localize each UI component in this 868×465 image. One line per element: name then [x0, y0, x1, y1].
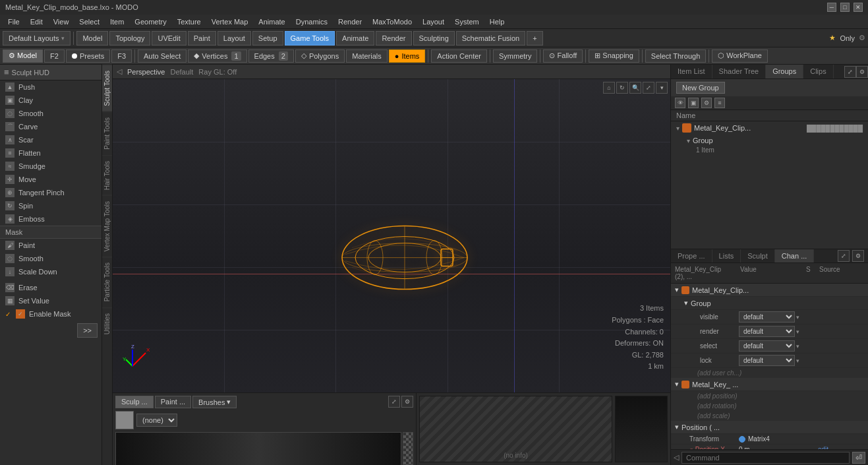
falloff-btn[interactable]: ⊙ Falloff [543, 49, 583, 63]
menu-maxtomodo[interactable]: MaxToModo [367, 16, 417, 27]
ch-section-metal-key-clip[interactable]: ▾ Metal_Key_Clip... [671, 284, 868, 297]
tab-animate[interactable]: Animate [336, 31, 374, 46]
menu-select[interactable]: Select [74, 16, 105, 27]
f2-btn[interactable]: F2 [44, 49, 65, 63]
list-item-group[interactable]: ▾ Group [681, 135, 868, 146]
tab-sculpting[interactable]: Sculpting [413, 31, 455, 46]
maximize-button[interactable]: □ [840, 3, 850, 12]
presets-btn[interactable]: Presets [66, 49, 110, 63]
viewport-nav-back[interactable]: ◁ [117, 67, 122, 76]
tool-move[interactable]: ✛ Move [0, 173, 101, 186]
groups-layer-icon[interactable]: ▣ [688, 98, 699, 108]
vp-nav-zoom[interactable]: 🔍 [629, 82, 641, 94]
menu-texture[interactable]: Texture [172, 16, 206, 27]
menu-dynamics[interactable]: Dynamics [291, 16, 333, 27]
snapping-btn[interactable]: ⊞ Snapping [589, 49, 639, 63]
tab-paint[interactable]: Paint [188, 31, 216, 46]
btab-expand[interactable]: ⤢ [388, 396, 400, 408]
menu-vertex-map[interactable]: Vertex Map [206, 16, 254, 27]
tool-scar[interactable]: ∧ Scar [0, 133, 101, 146]
tool-smudge[interactable]: ≈ Smudge [0, 160, 101, 173]
vtab-vertex-map-tools[interactable]: Vertex Map Tools [102, 195, 112, 257]
tab-game-tools[interactable]: Game Tools [285, 31, 335, 46]
rtab-expand-btn[interactable]: ⤢ [844, 66, 856, 78]
tool-enable-mask[interactable]: ✓ Enable Mask [0, 307, 101, 321]
menu-help[interactable]: Help [484, 16, 510, 27]
vtab-hair-tools[interactable]: Hair Tools [102, 155, 112, 195]
ch-value-render[interactable]: default ▾ [736, 326, 802, 337]
menu-edit[interactable]: Edit [25, 16, 48, 27]
menu-render[interactable]: Render [333, 16, 367, 27]
viewport-canvas[interactable]: 3 Items Polygons : Face Channels: 0 Defo… [113, 79, 670, 392]
tool-scale-down[interactable]: ↓ Scale Down [0, 265, 101, 278]
tab-uvedit[interactable]: UVEdit [152, 31, 186, 46]
vtab-sculpt-tools[interactable]: Sculpt Tools [102, 65, 112, 111]
rtab-shader-tree[interactable]: Shader Tree [712, 65, 767, 78]
ch-value-select[interactable]: default ▾ [736, 340, 802, 352]
vp-nav-home[interactable]: ⌂ [603, 82, 615, 94]
polygons-btn[interactable]: ◇ Polygons [295, 49, 345, 63]
tab-layout[interactable]: Layout [217, 31, 251, 46]
tool-smooth[interactable]: ◌ Smooth [0, 107, 101, 120]
ctab-properties[interactable]: Prope ... [671, 249, 712, 263]
tab-topology[interactable]: Topology [109, 31, 150, 46]
edges-btn[interactable]: Edges 2 [248, 49, 294, 63]
command-left-arrow[interactable]: ◁ [674, 453, 679, 462]
tool-mask-paint[interactable]: 🖌 Paint [0, 239, 101, 252]
symmetry-btn[interactable]: Symmetry [493, 49, 538, 63]
ch-section-metal-key[interactable]: ▾ Metal_Key_ ... [671, 378, 868, 391]
vtab-paint-tools[interactable]: Paint Tools [102, 111, 112, 155]
btab-paint[interactable]: Paint ... [155, 396, 191, 408]
action-center-btn[interactable]: Action Center [431, 49, 487, 63]
new-group-button[interactable]: New Group [676, 82, 725, 94]
tab-schematic[interactable]: Schematic Fusion [456, 31, 525, 46]
tool-flatten[interactable]: ≡ Flatten [0, 146, 101, 160]
add-tab-button[interactable]: + [527, 31, 542, 46]
list-item-metal-key-clip[interactable]: ▾ Metal_Key_Clip... ████████████ [671, 121, 868, 135]
ch-value-lock[interactable]: default ▾ [736, 355, 802, 366]
groups-eye-icon[interactable]: 👁 [675, 98, 685, 108]
menu-layout[interactable]: Layout [417, 16, 449, 27]
vertices-btn[interactable]: ◆ Vertices 1 [188, 49, 246, 63]
expand-btn[interactable]: >> [77, 323, 98, 338]
close-button[interactable]: ✕ [854, 3, 863, 12]
color-swatch[interactable] [115, 411, 134, 429]
settings-icon[interactable]: ⚙ [859, 34, 865, 42]
ch-value-visible[interactable]: default ▾ [736, 311, 802, 323]
btab-sculpt[interactable]: Sculp ... [115, 396, 154, 408]
btab-brushes[interactable]: Brushes ▾ [192, 396, 237, 408]
menu-file[interactable]: File [3, 16, 25, 27]
vtab-particle-tools[interactable]: Particle Tools [102, 257, 112, 307]
select-dropdown[interactable]: default [739, 340, 795, 352]
rtab-settings-btn[interactable]: ⚙ [856, 66, 868, 78]
ctab-lists[interactable]: Lists [712, 249, 741, 263]
ctab-settings-btn[interactable]: ⚙ [852, 250, 864, 262]
vp-nav-expand[interactable]: ⤢ [643, 82, 654, 94]
layout-dropdown[interactable]: Default Layouts ▾ [3, 31, 71, 46]
vp-nav-rotate[interactable]: ↻ [616, 82, 628, 94]
window-controls[interactable]: ─ □ ✕ [827, 3, 863, 12]
tool-carve[interactable]: ⌒ Carve [0, 120, 101, 133]
vtab-utilities[interactable]: Utilities [102, 307, 112, 340]
menu-animate[interactable]: Animate [253, 16, 290, 27]
tool-spin[interactable]: ↻ Spin [0, 199, 101, 212]
ctab-expand-btn[interactable]: ⤢ [838, 250, 850, 262]
rtab-clips[interactable]: Clips [803, 65, 833, 78]
ctab-channels[interactable]: Chan ... [775, 249, 815, 263]
model-mode-btn[interactable]: ⚙ Model [3, 49, 43, 63]
select-through-btn[interactable]: Select Through [645, 49, 706, 63]
tool-mask-smooth[interactable]: ◌ Smooth [0, 252, 101, 265]
groups-filter-icon[interactable]: ⚙ [701, 98, 712, 108]
tool-emboss[interactable]: ◈ Emboss [0, 212, 101, 226]
f3-btn[interactable]: F3 [111, 49, 132, 63]
menu-system[interactable]: System [449, 16, 484, 27]
tab-model[interactable]: Model [76, 31, 108, 46]
menu-item[interactable]: Item [105, 16, 129, 27]
auto-select-btn[interactable]: Auto Select [138, 49, 187, 63]
menu-view[interactable]: View [48, 16, 74, 27]
menu-geometry[interactable]: Geometry [129, 16, 171, 27]
tool-push[interactable]: ▲ Push [0, 80, 101, 94]
tab-setup[interactable]: Setup [252, 31, 283, 46]
command-send-button[interactable]: ⏎ [852, 452, 865, 464]
tool-set-value[interactable]: ▦ Set Value [0, 294, 101, 307]
